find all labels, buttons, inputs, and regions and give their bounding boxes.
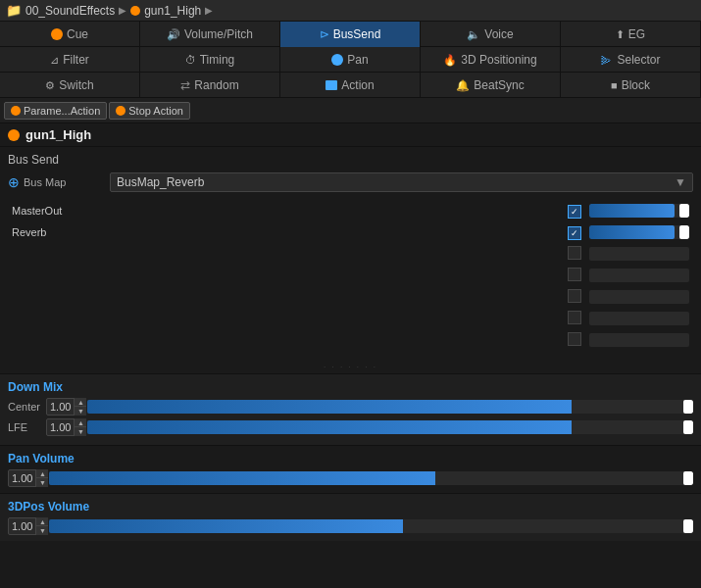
tab-volume-pitch[interactable]: 🔊 Volume/Pitch (140, 22, 280, 47)
tdpos-step-up[interactable]: ▲ (36, 517, 48, 526)
bus-check-1[interactable] (568, 226, 581, 240)
tdpos-section: 3DPos Volume 1.00 ▲ ▼ (0, 493, 701, 541)
bus-map-label: ⊕ Bus Map (8, 174, 106, 190)
lfe-slider-handle[interactable] (683, 420, 693, 434)
center-label: Center (8, 401, 42, 413)
bus-slider-6[interactable] (589, 333, 689, 347)
center-row: Center 1.00 ▲ ▼ (8, 398, 693, 416)
center-value: 1.00 (47, 401, 74, 413)
bus-row-6 (8, 329, 693, 351)
tdpos-value-box[interactable]: 1.00 ▲ ▼ (8, 517, 45, 535)
lfe-step-up[interactable]: ▲ (75, 418, 86, 427)
tab-switch[interactable]: ⚙ Switch (0, 73, 140, 98)
lfe-row: LFE 1.00 ▲ ▼ (8, 418, 693, 436)
bus-check-4[interactable] (568, 289, 581, 303)
bus-check-2[interactable] (568, 246, 581, 260)
tab-action[interactable]: Action (280, 73, 421, 98)
lfe-value: 1.00 (47, 421, 74, 433)
tab-bus-send[interactable]: ⊳ BusSend (280, 22, 421, 47)
tdpos-slider-fill (49, 519, 403, 533)
parame-action-label: Parame...Action (24, 105, 100, 117)
tdpos-row: 1.00 ▲ ▼ (8, 517, 693, 535)
bus-check-6[interactable] (568, 332, 581, 346)
bus-row-2 (8, 243, 693, 265)
tab-3d-label: 3D Positioning (461, 53, 536, 67)
stop-action-button[interactable]: Stop Action (109, 102, 190, 120)
bus-send-title: Bus Send (8, 153, 693, 167)
bus-name-1: Reverb (12, 226, 46, 238)
bus-slider-2[interactable] (589, 247, 689, 261)
pan-vol-value-box[interactable]: 1.00 ▲ ▼ (8, 469, 45, 487)
voice-icon: 🔈 (467, 28, 480, 41)
center-stepper[interactable]: ▲ ▼ (74, 398, 86, 416)
tab-3d-positioning[interactable]: 🔥 3D Positioning (421, 47, 561, 73)
parame-action-button[interactable]: Parame...Action (4, 102, 107, 120)
pan-vol-slider-fill (49, 471, 435, 485)
tab-beat-sync-label: BeatSync (474, 78, 524, 92)
breadcrumb-node[interactable]: gun1_High (144, 4, 201, 18)
center-step-down[interactable]: ▼ (75, 407, 86, 416)
pan-vol-slider-handle[interactable] (683, 471, 693, 485)
tab-filter[interactable]: ⊿ Filter (0, 47, 140, 73)
lfe-slider[interactable] (87, 420, 693, 434)
timing-icon: ⏱ (185, 54, 196, 66)
bus-map-arrow-icon: ⊕ (8, 174, 20, 190)
tab-voice[interactable]: 🔈 Voice (421, 22, 561, 47)
center-slider[interactable] (87, 400, 693, 414)
bus-slider-5[interactable] (589, 312, 689, 325)
tdpos-stepper[interactable]: ▲ ▼ (35, 517, 48, 535)
breadcrumb-folder[interactable]: 00_SoundEffects (25, 4, 115, 18)
pan-vol-slider[interactable] (49, 471, 693, 485)
parame-action-icon (11, 106, 21, 116)
center-value-box[interactable]: 1.00 ▲ ▼ (46, 398, 83, 416)
tab-timing[interactable]: ⏱ Timing (140, 47, 280, 73)
pan-vol-stepper[interactable]: ▲ ▼ (35, 469, 48, 487)
bus-slider-handle-0[interactable] (679, 204, 689, 218)
tab-eg-label: EG (628, 27, 645, 41)
tab-volume-pitch-label: Volume/Pitch (184, 27, 253, 41)
bus-check-5[interactable] (568, 311, 581, 324)
center-step-up[interactable]: ▲ (75, 398, 86, 407)
bus-map-dropdown[interactable]: BusMap_Reverb ▼ (110, 172, 693, 192)
bus-row-5 (8, 308, 693, 329)
tab-switch-label: Switch (59, 78, 93, 92)
lfe-step-down[interactable]: ▼ (75, 427, 86, 436)
tab-cue-label: Cue (67, 27, 88, 41)
tdpos-slider-handle[interactable] (683, 519, 693, 533)
tdpos-value: 1.00 (9, 520, 35, 532)
bus-check-3[interactable] (568, 268, 581, 281)
tab-beat-sync[interactable]: 🔔 BeatSync (421, 73, 561, 98)
tab-bus-send-label: BusSend (333, 27, 381, 41)
tab-pan[interactable]: Pan (280, 47, 421, 73)
down-mix-title: Down Mix (8, 380, 693, 394)
divider-dots: · · · · · · · (0, 361, 701, 373)
tdpos-step-down[interactable]: ▼ (36, 526, 48, 535)
pan-vol-step-down[interactable]: ▼ (36, 478, 48, 487)
bus-send-content: Bus Send ⊕ Bus Map BusMap_Reverb ▼ Maste… (0, 147, 701, 361)
bus-check-0[interactable] (568, 205, 581, 219)
bus-row-1: Reverb (8, 221, 693, 243)
pan-vol-title: Pan Volume (8, 452, 693, 466)
tab-block[interactable]: ■ Block (561, 73, 701, 98)
pan-vol-step-up[interactable]: ▲ (36, 469, 48, 478)
tdpos-slider[interactable] (49, 519, 693, 533)
bus-row-3 (8, 265, 693, 286)
tab-selector[interactable]: ⫸ Selector (561, 47, 701, 73)
tab-eg[interactable]: ⬆ EG (561, 22, 701, 47)
breadcrumb-sep1: ▶ (119, 5, 126, 16)
3d-icon: 🔥 (443, 54, 457, 67)
tab-random[interactable]: ⇄ Random (140, 73, 280, 98)
bus-slider-3[interactable] (589, 269, 689, 282)
pan-vol-section: Pan Volume 1.00 ▲ ▼ (0, 445, 701, 493)
lfe-stepper[interactable]: ▲ ▼ (74, 418, 86, 436)
lfe-value-box[interactable]: 1.00 ▲ ▼ (46, 418, 83, 436)
bus-slider-4[interactable] (589, 290, 689, 304)
bus-slider-0[interactable] (589, 204, 689, 218)
bus-slider-1[interactable] (589, 225, 689, 239)
bus-table: MasterOut Reverb (8, 200, 693, 351)
beat-sync-icon: 🔔 (456, 79, 470, 92)
lfe-slider-fill (87, 420, 572, 434)
tab-cue[interactable]: Cue (0, 22, 140, 47)
bus-slider-handle-1[interactable] (679, 225, 689, 239)
center-slider-handle[interactable] (683, 400, 693, 414)
